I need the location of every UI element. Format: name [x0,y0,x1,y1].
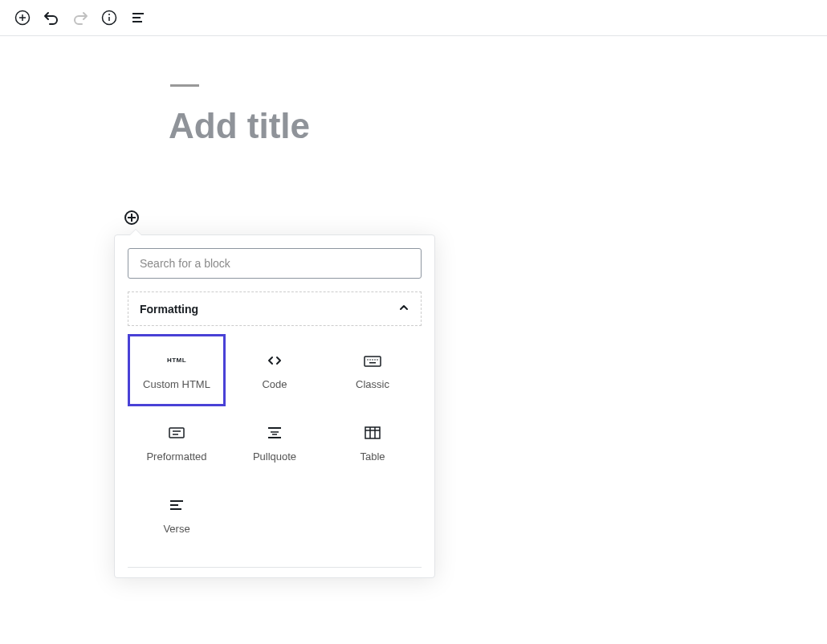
block-search-input[interactable] [128,248,422,279]
block-inserter-panel: Formatting HTML Custom HTML Code Classic… [114,234,435,578]
block-label: Verse [163,523,189,535]
block-label: Table [360,450,385,463]
add-block-toolbar-button[interactable] [13,8,32,27]
category-label: Formatting [140,303,198,316]
block-verse[interactable]: Verse [128,479,226,551]
block-table[interactable]: Table [324,406,422,479]
code-icon [265,351,284,370]
chevron-up-icon [398,302,409,316]
redo-icon [72,10,88,26]
outline-button[interactable] [128,8,148,27]
pullquote-icon [265,423,284,442]
block-pullquote[interactable]: Pullquote [226,406,324,479]
keyboard-icon [363,351,382,370]
block-preformatted[interactable]: Preformatted [128,406,226,479]
verse-icon [169,495,185,515]
preformatted-icon [167,423,186,442]
svg-point-13 [369,359,371,361]
title-decoration [170,84,199,87]
svg-point-12 [367,359,369,361]
block-label: Classic [356,378,389,390]
block-label: Pullquote [253,450,296,463]
svg-point-16 [377,359,378,361]
plus-icon [128,214,136,222]
table-icon [364,423,381,442]
top-toolbar [0,0,827,36]
block-code[interactable]: Code [226,334,324,406]
redo-button [71,8,90,27]
info-button[interactable] [100,8,119,27]
post-title-input[interactable] [169,106,650,146]
svg-rect-18 [169,428,184,438]
block-label: Preformatted [146,450,206,463]
add-circle-icon [14,10,31,26]
block-custom-html[interactable]: HTML Custom HTML [128,334,226,406]
undo-icon [43,10,59,26]
block-grid: HTML Custom HTML Code Classic Preformatt… [115,326,434,567]
svg-rect-25 [365,427,380,438]
undo-button[interactable] [42,8,61,27]
info-icon [101,10,117,26]
category-formatting-header[interactable]: Formatting [128,291,422,326]
editor-content [0,36,827,146]
svg-rect-11 [365,357,381,366]
inserter-divider [128,567,422,568]
svg-rect-17 [369,362,376,364]
svg-point-15 [374,359,376,361]
block-classic[interactable]: Classic [324,334,422,406]
html-icon: HTML [167,351,186,370]
outline-icon [131,10,145,25]
block-label: Custom HTML [143,378,210,390]
svg-point-14 [372,359,373,361]
inline-add-block-button[interactable] [124,210,139,225]
block-label: Code [262,378,287,390]
svg-point-4 [108,14,110,15]
